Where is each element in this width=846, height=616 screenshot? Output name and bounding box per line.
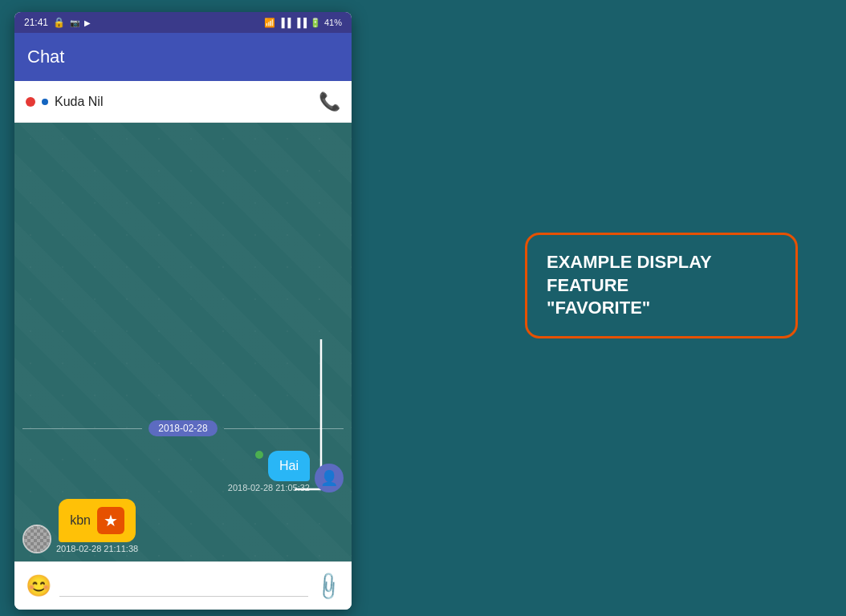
date-divider: 2018-02-28 [22, 420, 344, 436]
messages-container: 2018-02-28 Hai 2018-02-28 21:05:32 👤 [22, 412, 344, 553]
star-icon: ★ [104, 511, 118, 530]
status-dot-blue [42, 99, 48, 105]
phone-call-icon[interactable]: 📞 [319, 91, 340, 112]
message-time-received: 2018-02-28 21:05:32 [228, 483, 310, 492]
status-dot-red [26, 97, 35, 107]
status-left: 21:41 🔒 📷 ▶ [24, 17, 91, 28]
input-bar[interactable]: 😊 📎 [14, 561, 352, 610]
instagram-icon: 📷 [70, 18, 79, 27]
battery-icon: 🔋 [310, 18, 321, 28]
chat-area: 2018-02-28 Hai 2018-02-28 21:05:32 👤 [14, 123, 352, 561]
date-badge: 2018-02-28 [148, 420, 217, 436]
attach-button[interactable]: 📎 [311, 569, 344, 602]
battery-percent: 41% [324, 18, 342, 27]
message-text-received: Hai [279, 459, 299, 472]
avatar-icon: 👤 [320, 469, 338, 487]
favorite-star-badge[interactable]: ★ [97, 507, 124, 534]
wifi-icon: 📶 [264, 18, 275, 28]
contact-name: Kuda Nil [55, 95, 103, 109]
message-input[interactable] [59, 576, 308, 597]
message-time-sent: 2018-02-28 21:11:38 [56, 544, 138, 553]
avatar-checker [24, 526, 50, 552]
signal-icon2: ▐▐ [294, 18, 307, 27]
app-title: Chat [27, 47, 64, 67]
status-right: 📶 ▐▐ ▐▐ 🔋 41% [264, 18, 342, 28]
signal-icon1: ▐▐ [279, 18, 291, 27]
sender-avatar [22, 525, 51, 553]
message-status-dot [255, 451, 263, 459]
message-received: Hai 2018-02-28 21:05:32 👤 [22, 451, 344, 492]
status-time: 21:41 [24, 17, 48, 28]
emoji-button[interactable]: 😊 [26, 573, 51, 598]
callout-text-line2: "FAVORITE" [547, 297, 776, 320]
avatar-received: 👤 [315, 464, 344, 492]
lock-icon: 🔒 [53, 17, 65, 28]
message-sent: kbn ★ 2018-02-28 21:11:38 [22, 499, 344, 553]
callout-box: EXAMPLE DISPLAY FEATURE "FAVORITE" [525, 233, 798, 338]
contact-bar[interactable]: Kuda Nil 📞 [14, 81, 352, 123]
message-bubble-received: Hai [268, 451, 310, 481]
message-text-sent: kbn [70, 513, 91, 528]
callout-text-line1: EXAMPLE DISPLAY FEATURE [547, 251, 776, 297]
phone-frame: 21:41 🔒 📷 ▶ 📶 ▐▐ ▐▐ 🔋 41% Chat Kuda Nil … [14, 12, 352, 610]
message-bubble-sent: kbn ★ [59, 499, 136, 542]
status-bar: 21:41 🔒 📷 ▶ 📶 ▐▐ ▐▐ 🔋 41% [14, 12, 352, 33]
app-bar: Chat [14, 33, 352, 81]
app-icon: ▶ [84, 18, 91, 27]
contact-left: Kuda Nil [26, 95, 103, 109]
